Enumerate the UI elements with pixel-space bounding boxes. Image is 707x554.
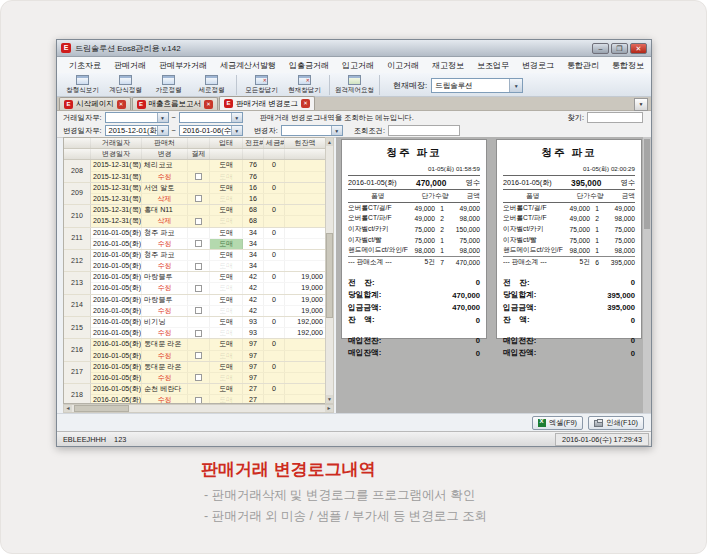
menu-item-11[interactable]: 통합정보 [612, 60, 644, 71]
chevron-down-icon[interactable]: ▼ [509, 79, 522, 92]
receipt-area-scrollbar[interactable] [643, 137, 651, 413]
toolbar-button-5[interactable]: 현재창닫기 [283, 74, 326, 95]
menu-item-10[interactable]: 통합관리 [567, 60, 599, 71]
grid-row[interactable]: 2082015-12-31(목)체리코코도매7602015-12-31(목)수정… [64, 160, 326, 182]
scroll-thumb[interactable] [326, 233, 333, 318]
menu-item-3[interactable]: 세금계산서발행 [220, 60, 276, 71]
title-bar[interactable]: E 드림솔루션 Eos8관리용 v.142 – ❐ ✕ [57, 40, 651, 57]
tab-list-dropdown-button[interactable]: ▼ [634, 98, 648, 111]
cell-partner: 청주 파코 [142, 250, 188, 260]
cell-slip-no: 16 [243, 183, 264, 193]
grid-row[interactable]: 2162016-01-05(화)동대문 라온도매9702016-01-05(화)… [64, 339, 326, 361]
payment-checkbox[interactable] [195, 330, 202, 337]
changer-combobox[interactable]: ▼ [281, 125, 343, 136]
item-price: 75,000 [563, 237, 590, 244]
toolbar-button-1[interactable]: 계단식정렬 [104, 74, 147, 95]
scroll-thumb-horizontal[interactable] [74, 405, 129, 412]
row-number: 212 [64, 250, 91, 271]
tab-close-icon[interactable]: ✕ [204, 100, 213, 109]
find-input[interactable] [587, 112, 643, 123]
receipt-total-row: 매입전잔:0 [348, 335, 480, 348]
payment-checkbox[interactable] [195, 397, 202, 404]
menu-item-2[interactable]: 판매부가거래 [159, 60, 207, 71]
menu-item-9[interactable]: 변경로그 [522, 60, 554, 71]
item-name: 이자벨ct/카키 [503, 225, 563, 234]
menu-item-4[interactable]: 입출금거래 [289, 60, 329, 71]
scroll-up-arrow-icon[interactable]: ▲ [326, 138, 333, 146]
payment-checkbox[interactable] [195, 374, 202, 381]
receipt-total: 470,000 [416, 178, 446, 188]
grid-row[interactable]: 2132016-01-05(화)마랑블루도매42019,0002016-01-0… [64, 272, 326, 294]
receipt-column-headers: 품명단가수량금액 [348, 190, 480, 203]
grid-row[interactable]: 2112016-01-05(화)청주 파코도매3402016-01-05(화)수… [64, 228, 326, 250]
cell-change-date: 2016-01-05(화) [91, 239, 142, 249]
cell-pay [188, 228, 210, 238]
grid-row[interactable]: 2102015-12-31(목)홍대 N11도매6802015-12-31(목)… [64, 205, 326, 227]
grid-row[interactable]: 2142016-01-05(화)마랑블루도매42019,0002016-01-0… [64, 295, 326, 317]
trade-date-label: 거래일자무: [63, 113, 102, 123]
payment-checkbox[interactable] [195, 285, 202, 292]
grid-header-cell [188, 138, 210, 148]
menu-item-8[interactable]: 보조업무 [477, 60, 509, 71]
tab-close-icon[interactable]: ✕ [117, 100, 126, 109]
item-qty: 1 [435, 247, 449, 254]
receipt-scroll-thumb[interactable] [644, 139, 650, 229]
receipt-preview-area: 청주 파코01-05(화) 01:58:592016-01-05(화)470,0… [336, 137, 651, 413]
tab-0[interactable]: E시작페이지✕ [59, 97, 131, 110]
minimize-button[interactable]: – [592, 43, 609, 54]
payment-checkbox[interactable] [195, 195, 202, 202]
change-date-to-combobox[interactable]: 2016-01-06(수)▼ [179, 125, 243, 136]
scroll-right-arrow-icon[interactable]: ► [325, 405, 333, 412]
toolbar-button-4[interactable]: 모든창닫기 [240, 74, 283, 95]
grid-row[interactable]: 2172016-01-05(화)동대문 라온도매9702016-01-05(화)… [64, 362, 326, 384]
close-button[interactable]: ✕ [630, 43, 647, 54]
toolbar-button-6[interactable]: 원격제어요청 [333, 74, 376, 95]
menu-item-1[interactable]: 판매거래 [114, 60, 146, 71]
grid-horizontal-scrollbar[interactable]: ◄ ► [63, 404, 334, 413]
payment-checkbox[interactable] [195, 307, 202, 314]
menu-item-7[interactable]: 재고정보 [432, 60, 464, 71]
maximize-button[interactable]: ❐ [611, 43, 628, 54]
cell-change-type: 삭제 [142, 194, 188, 204]
tab-2[interactable]: E판매거래 변경로그✕ [219, 96, 315, 110]
toolbar-button-2[interactable]: 가로정렬 [147, 74, 190, 95]
payment-checkbox[interactable] [195, 173, 202, 180]
condition-input[interactable] [388, 125, 460, 136]
grid-header-cell: 결제 [188, 149, 210, 159]
item-name: --- 판매소계 --- [503, 258, 563, 267]
printer-icon [594, 420, 603, 427]
change-date-from-combobox[interactable]: 2015-12-01(화)▼ [105, 125, 169, 136]
menu-item-5[interactable]: 입고거래 [342, 60, 374, 71]
scroll-down-arrow-icon[interactable]: ▼ [326, 395, 333, 403]
cell-pay-checkbox [188, 351, 210, 361]
menu-item-0[interactable]: 기초자료 [69, 60, 101, 71]
grid-row[interactable]: 2152016-01-05(화)비기닝도매930192,0002016-01-0… [64, 317, 326, 339]
trade-date-from-combobox[interactable]: ▼ [105, 112, 169, 123]
cell-balance [285, 339, 326, 349]
grid-row[interactable]: 2092015-12-31(목)서연 알토도매1602015-12-31(목)삭… [64, 183, 326, 205]
menu-item-6[interactable]: 이고거래 [387, 60, 419, 71]
toolbar-button-3[interactable]: 세로정렬 [190, 74, 233, 95]
trade-date-to-combobox[interactable]: ▼ [179, 112, 243, 123]
payment-checkbox[interactable] [195, 218, 202, 225]
total-label: 매입잔액: [503, 348, 536, 358]
current-store-combobox[interactable]: 드림솔루션 ▼ [431, 78, 523, 93]
print-button[interactable]: 인쇄(F10) [588, 416, 644, 430]
scroll-left-arrow-icon[interactable]: ◄ [64, 405, 72, 412]
grid-vertical-scrollbar[interactable]: ▲ ▼ [325, 137, 334, 404]
tab-1[interactable]: E매출흐름보고서✕ [132, 97, 219, 110]
cell-change-date: 2016-01-05(화) [91, 283, 142, 293]
payment-checkbox[interactable] [195, 240, 202, 247]
cell-biz-type: 도매 [210, 228, 243, 238]
grid-row[interactable]: 2182016-01-05(화)순천 베란다도매2702016-01-05(화)… [64, 384, 326, 404]
toolbar-button-0[interactable]: 창형식보기 [61, 74, 104, 95]
total-value: 0 [476, 349, 480, 358]
excel-button[interactable]: 엑셀(F9) [532, 416, 583, 430]
grid-rows: 2082015-12-31(목)체리코코도매7602015-12-31(목)수정… [64, 160, 326, 404]
grid-row[interactable]: 2122016-01-05(화)청주 파코도매3402016-01-05(화)수… [64, 250, 326, 272]
receipt-total-row: 입금금액:395,000 [503, 302, 635, 315]
payment-checkbox[interactable] [195, 263, 202, 270]
payment-checkbox[interactable] [195, 352, 202, 359]
tab-close-icon[interactable]: ✕ [301, 99, 310, 108]
row-line-1: 2015-12-31(목)서연 알토도매160 [91, 183, 326, 194]
